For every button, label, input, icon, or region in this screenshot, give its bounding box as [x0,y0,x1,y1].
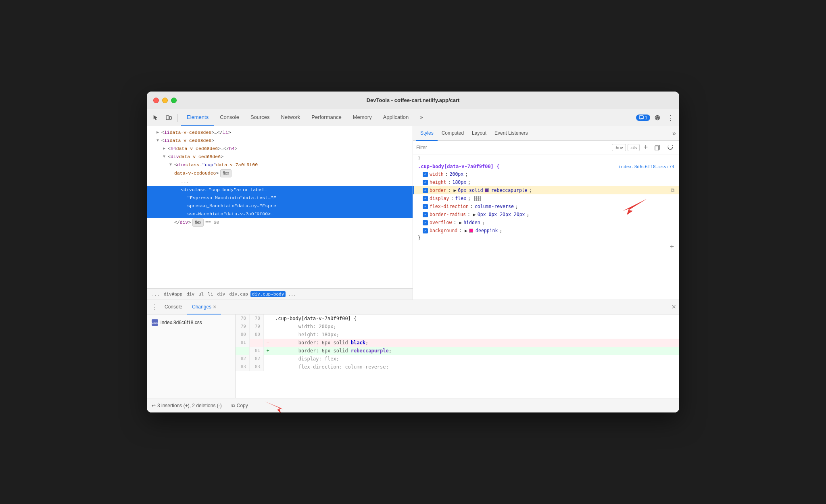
breadcrumb-item[interactable]: ... [150,291,161,297]
dom-line[interactable]: data-v-ced68de6> flex [147,169,413,178]
copy-property-button[interactable]: ⧉ [671,187,674,194]
tab-console[interactable]: Console [214,109,245,126]
undo-button[interactable]: ↩ 3 insertions (+), 2 deletions (-) [152,403,222,408]
line-numbers: 79 79 [236,323,264,331]
filter-input[interactable] [416,145,609,150]
css-checkbox[interactable] [423,180,428,185]
add-style-button[interactable]: + [641,143,650,152]
flex-badge-2[interactable]: flex [192,219,204,227]
tab-computed[interactable]: Computed [438,126,468,141]
close-bottom-panel-button[interactable]: × [672,303,676,311]
bottom-tab-menu[interactable]: ⋮ [150,302,160,312]
line-numbers: 78 78 [236,314,264,323]
dom-line[interactable]: </div> flex == $0 [147,218,413,227]
expand-arrow[interactable] [156,129,161,136]
breadcrumb-item[interactable]: ul [197,291,205,297]
dom-line[interactable]: <div class="cup" data-v-7a0f9f00 [147,161,413,169]
settings-button[interactable] [652,112,663,123]
svg-rect-0 [166,116,169,120]
dom-line[interactable]: <h4 data-v-ced68de6>…</h4> [147,145,413,153]
more-options-button[interactable]: ⋮ [665,112,676,123]
tab-event-listeners[interactable]: Event Listeners [490,126,532,141]
dom-line-selected[interactable]: spresso_Macchiato" data-cy="Espre [147,202,413,210]
styles-add-row: + [413,241,679,252]
copy-icon [655,145,660,150]
add-rule-button[interactable]: + [668,243,676,251]
rule-selector: .cup-body[data-v-7a0f9f00] { [418,164,499,169]
dom-line-selected[interactable]: <div class="cup-body" aria-label= [147,186,413,194]
css-checkbox[interactable] [423,172,428,177]
diff-view: 78 78 .cup-body[data-v-7a0f9f00] { 79 79 [236,314,679,398]
inspect-element-button[interactable] [150,112,161,123]
dom-line[interactable]: <li data-v-ced68de6> [147,137,413,145]
tab-network[interactable]: Network [275,109,306,126]
fullscreen-button[interactable] [171,98,177,103]
dom-line[interactable]: <li data-v-ced68de6>…</li> [147,129,413,137]
dom-line-selected[interactable]: "Espresso Macchiato" data-test="E [147,194,413,202]
copy-diff-button[interactable]: ⧉ Copy [232,403,248,408]
tab-elements[interactable]: Elements [181,109,214,126]
css-checkbox[interactable] [423,212,428,217]
css-checkbox[interactable] [423,228,428,233]
minimize-button[interactable] [162,98,168,103]
expand-arrow[interactable] [156,137,161,144]
close-changes-tab[interactable]: × [213,304,216,310]
dom-line-selected[interactable]: sso-Macchiato" data-v-7a0f9f00>… [147,210,413,218]
hov-filter-button[interactable]: :hov [612,144,626,151]
css-checkbox[interactable] [423,188,428,193]
css-property-background: background : ▶ deeppink ; [413,227,679,235]
tab-performance[interactable]: Performance [306,109,347,126]
tab-application[interactable]: Application [378,109,415,126]
line-numbers: 82 82 [236,355,264,363]
color-swatch-border [485,188,489,192]
changes-sidebar: CSS index.8d6c6f18.css [147,314,236,398]
tab-layout[interactable]: Layout [468,126,490,141]
tab-sources[interactable]: Sources [245,109,275,126]
breadcrumb-item[interactable]: div [185,291,196,297]
css-property-flex-direction: flex-direction : column-reverse ; [413,202,679,210]
styles-content: .cup-body[data-v-7a0f9f00] { index.8d6c6… [413,161,679,300]
rule-source-link[interactable]: index.8d6c6f18.css:74 [618,164,674,169]
styles-more-button[interactable]: » [672,130,676,137]
changes-file-item[interactable]: CSS index.8d6c6f18.css [147,318,235,327]
svg-rect-5 [655,146,659,150]
panel-wrapper: <li data-v-ced68de6>…</li> <li data-v-ce… [147,126,679,412]
tab-styles[interactable]: Styles [416,126,438,141]
tab-memory[interactable]: Memory [347,109,378,126]
breadcrumb-item[interactable]: li [206,291,215,297]
tab-changes[interactable]: Changes × [187,300,221,314]
css-checkbox[interactable] [423,220,428,225]
dom-line[interactable]: <div data-v-ced68de6> [147,153,413,161]
expand-arrow[interactable] [163,145,168,152]
device-toggle-button[interactable] [163,112,174,123]
breadcrumb-item[interactable]: div#app [162,291,184,297]
expand-arrow[interactable] [169,161,174,169]
gear-icon [654,115,661,121]
flex-badge[interactable]: flex [220,169,232,177]
titlebar: DevTools - coffee-cart.netlify.app/cart [147,92,679,109]
svg-rect-1 [169,117,171,119]
diff-line-added: 81 + border: 6px solid rebeccapurple; [236,347,679,355]
tab-console-bottom[interactable]: Console [160,300,187,314]
svg-point-3 [657,117,658,118]
cls-filter-button[interactable]: .cls [628,144,640,151]
breadcrumb-item[interactable]: div.cup [227,291,249,297]
breadcrumb-more[interactable]: ... [286,291,298,297]
copy-style-icon[interactable] [652,142,663,153]
tab-more[interactable]: » [414,109,428,126]
line-numbers: 81 [236,347,264,355]
dom-line[interactable]: ... [147,178,413,186]
cursor-icon [152,115,159,121]
css-checkbox[interactable] [423,196,428,201]
css-checkbox[interactable] [423,204,428,209]
breadcrumb-item-active[interactable]: div.cup-body [250,291,286,297]
device-icon [165,115,172,121]
notifications-badge[interactable]: 1 [636,115,650,121]
diff-line: 78 78 .cup-body[data-v-7a0f9f00] { [236,314,679,323]
breadcrumb-item[interactable]: div [216,291,227,297]
breadcrumb: ... div#app div ul li div div.cup div.cu… [147,288,413,300]
diff-line: 79 79 width: 200px; [236,323,679,331]
close-button[interactable] [153,98,159,103]
expand-arrow[interactable] [163,153,168,160]
refresh-styles-button[interactable] [665,142,676,153]
